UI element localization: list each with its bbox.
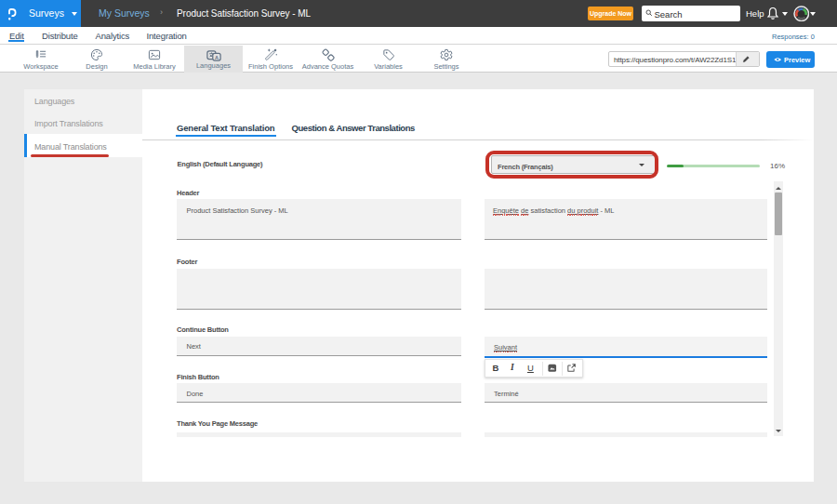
svg-text:A: A bbox=[215, 54, 219, 60]
